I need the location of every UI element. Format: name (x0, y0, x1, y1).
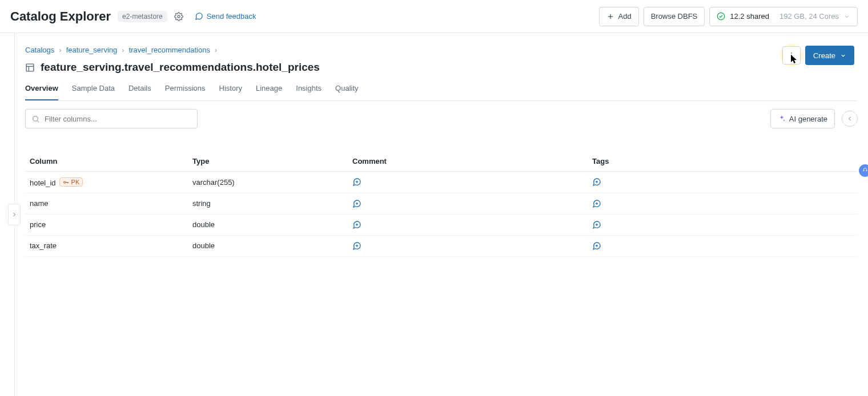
header-type: Type (188, 151, 348, 172)
check-circle-icon (717, 12, 725, 21)
svg-point-4 (791, 52, 792, 54)
add-tag-button[interactable] (592, 199, 853, 208)
create-label: Create (813, 51, 835, 60)
cluster-selector[interactable]: 12.2 shared 192 GB, 24 Cores (709, 7, 858, 26)
add-label: Add (618, 12, 631, 21)
table-row[interactable]: hotel_idPKvarchar(255) (25, 172, 858, 193)
crumb-separator: › (215, 46, 217, 54)
header-column: Column (25, 151, 188, 172)
table-row[interactable]: tax_ratedouble (25, 235, 858, 256)
assistant-badge[interactable] (859, 164, 868, 177)
cell-comment (348, 193, 588, 214)
table-icon (25, 63, 35, 72)
settings-button[interactable] (172, 10, 186, 23)
crumb-separator: › (59, 46, 61, 54)
add-comment-button[interactable] (352, 177, 583, 187)
kebab-icon (787, 51, 795, 59)
add-button[interactable]: Add (599, 7, 638, 26)
cluster-name: 12.2 shared (730, 12, 769, 21)
cell-tags (588, 193, 858, 214)
assistant-icon (862, 167, 868, 174)
table-header-row: Column Type Comment Tags (25, 151, 858, 172)
page-title: feature_serving.travel_recommendations.h… (41, 61, 320, 74)
crumb-separator: › (122, 46, 124, 54)
gear-icon (174, 12, 183, 21)
main-content: Create Catalogs › feature_serving › trav… (15, 33, 868, 396)
cell-tags (588, 214, 858, 235)
cell-type: double (188, 235, 348, 256)
add-comment-button[interactable] (352, 241, 583, 250)
table-row[interactable]: namestring (25, 193, 858, 214)
tab-overview[interactable]: Overview (25, 84, 58, 100)
plus-icon (606, 13, 614, 21)
browse-dbfs-label: Browse DBFS (651, 12, 698, 21)
cell-type: string (188, 193, 348, 214)
send-feedback-link[interactable]: Send feedback (195, 12, 256, 21)
cell-column-name: hotel_idPK (25, 172, 188, 193)
cell-comment (348, 172, 588, 193)
svg-point-10 (33, 116, 38, 121)
tab-lineage[interactable]: Lineage (256, 84, 282, 100)
cell-column-name: name (25, 193, 188, 214)
filter-columns-input[interactable] (45, 115, 191, 123)
tab-quality[interactable]: Quality (335, 84, 358, 100)
header-tags: Tags (588, 151, 858, 172)
feedback-label: Send feedback (207, 12, 256, 21)
left-panel-collapsed (0, 33, 15, 396)
cluster-spec: 192 GB, 24 Cores (779, 12, 839, 21)
top-header: Catalog Explorer e2-metastore Send feedb… (0, 0, 868, 33)
tab-details[interactable]: Details (128, 84, 151, 100)
collapse-right-panel-button[interactable] (842, 111, 858, 127)
feedback-icon (195, 12, 203, 21)
svg-point-5 (791, 55, 792, 56)
chevron-down-icon (843, 13, 850, 20)
page-title-row: feature_serving.travel_recommendations.h… (25, 61, 858, 74)
pk-badge: PK (59, 177, 83, 187)
browse-dbfs-button[interactable]: Browse DBFS (644, 7, 705, 26)
crumb-catalogs[interactable]: Catalogs (25, 46, 54, 54)
tab-permissions[interactable]: Permissions (165, 84, 206, 100)
cell-tags (588, 235, 858, 256)
chevron-left-icon (846, 115, 853, 122)
breadcrumb: Catalogs › feature_serving › travel_reco… (25, 46, 858, 54)
header-comment: Comment (348, 151, 588, 172)
columns-table: Column Type Comment Tags hotel_idPKvarch… (25, 151, 858, 257)
svg-point-12 (63, 181, 65, 183)
create-button[interactable]: Create (805, 46, 854, 65)
svg-rect-7 (26, 64, 34, 71)
add-comment-button[interactable] (352, 199, 583, 208)
more-actions-button[interactable] (782, 46, 801, 64)
toolbar-row: AI generate (25, 109, 858, 128)
metastore-badge[interactable]: e2-metastore (118, 11, 167, 22)
add-tag-button[interactable] (592, 241, 853, 250)
cell-column-name: price (25, 214, 188, 235)
add-tag-button[interactable] (592, 220, 853, 229)
page-actions: Create (782, 46, 854, 65)
tab-insights[interactable]: Insights (296, 84, 322, 100)
cell-type: varchar(255) (188, 172, 348, 193)
svg-point-33 (866, 170, 867, 171)
filter-columns-input-wrapper[interactable] (25, 109, 198, 128)
sparkle-icon (778, 115, 786, 123)
ai-generate-button[interactable]: AI generate (770, 109, 835, 128)
cell-comment (348, 214, 588, 235)
crumb-catalog[interactable]: feature_serving (66, 46, 118, 54)
table-row[interactable]: pricedouble (25, 214, 858, 235)
ai-generate-label: AI generate (789, 115, 827, 123)
add-tag-button[interactable] (592, 177, 853, 187)
tabs: OverviewSample DataDetailsPermissionsHis… (25, 84, 858, 101)
svg-point-32 (863, 170, 865, 171)
crumb-schema[interactable]: travel_recommendations (129, 46, 210, 54)
add-comment-button[interactable] (352, 220, 583, 229)
svg-line-11 (37, 120, 39, 122)
cell-type: double (188, 214, 348, 235)
svg-point-3 (718, 13, 725, 20)
search-icon (31, 115, 40, 123)
app-title: Catalog Explorer (10, 9, 111, 24)
chevron-down-icon (840, 52, 846, 59)
cell-comment (348, 235, 588, 256)
cell-tags (588, 172, 858, 193)
tab-history[interactable]: History (219, 84, 242, 100)
tab-sample-data[interactable]: Sample Data (72, 84, 115, 100)
svg-point-0 (178, 15, 180, 18)
